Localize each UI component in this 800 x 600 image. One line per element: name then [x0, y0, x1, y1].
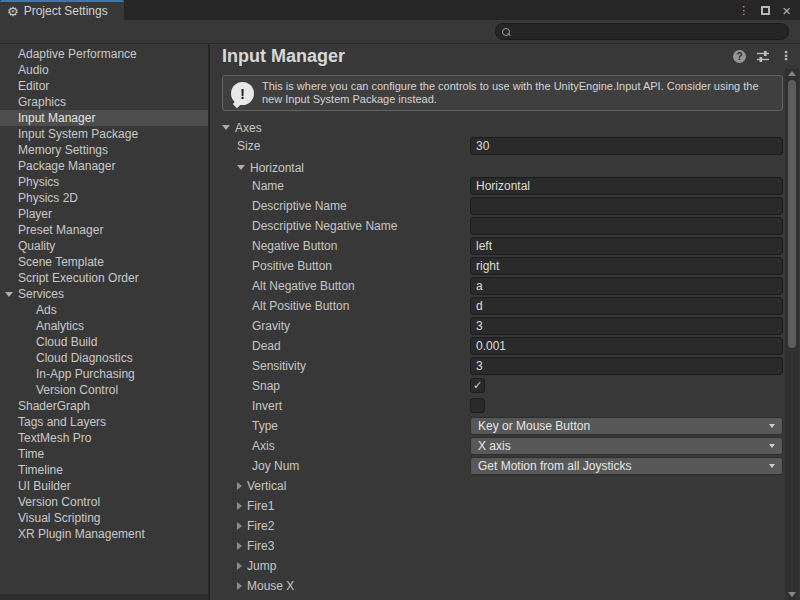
checkbox-snap[interactable]: ✓ — [470, 378, 485, 393]
property-row-size: Size30 — [210, 136, 800, 156]
dropdown-value: X axis — [478, 438, 511, 454]
sidebar-item-shadergraph[interactable]: ShaderGraph — [0, 398, 208, 414]
help-icon[interactable]: ? — [733, 50, 746, 63]
sidebar-item-cloud-diagnostics[interactable]: Cloud Diagnostics — [0, 350, 208, 366]
sidebar-item-label: Memory Settings — [18, 143, 108, 157]
sidebar-item-package-manager[interactable]: Package Manager — [0, 158, 208, 174]
sidebar-item-label: Cloud Build — [36, 335, 97, 349]
sidebar-item-memory-settings[interactable]: Memory Settings — [0, 142, 208, 158]
label-text: Axis — [252, 436, 275, 456]
presets-icon[interactable] — [756, 50, 770, 62]
sidebar-item-audio[interactable]: Audio — [0, 62, 208, 78]
dropdown-joy-num[interactable]: Get Motion from all Joysticks — [470, 457, 783, 475]
sidebar-item-timeline[interactable]: Timeline — [0, 462, 208, 478]
foldout-fire3[interactable]: Fire3 — [210, 536, 274, 556]
label-text: Gravity — [252, 316, 290, 336]
foldout-mouse-x[interactable]: Mouse X — [210, 576, 294, 596]
foldout-fire2[interactable]: Fire2 — [210, 516, 274, 536]
vertical-scrollbar[interactable] — [785, 68, 799, 600]
sidebar-scrollbar[interactable] — [0, 594, 208, 600]
sidebar-item-version-control[interactable]: Version Control — [0, 494, 208, 510]
foldout-jump[interactable]: Jump — [210, 556, 276, 576]
sidebar-item-scene-template[interactable]: Scene Template — [0, 254, 208, 270]
sidebar-item-input-system-package[interactable]: Input System Package — [0, 126, 208, 142]
dropdown-axis[interactable]: X axis — [470, 437, 783, 455]
sidebar-item-tags-and-layers[interactable]: Tags and Layers — [0, 414, 208, 430]
scroll-down-icon[interactable] — [788, 592, 796, 597]
settings-sidebar: Adaptive PerformanceAudioEditorGraphicsI… — [0, 44, 210, 600]
scrollbar-thumb[interactable] — [788, 80, 796, 348]
sidebar-item-label: UI Builder — [18, 479, 71, 493]
label-text: Alt Negative Button — [252, 276, 355, 296]
sidebar-item-quality[interactable]: Quality — [0, 238, 208, 254]
sidebar-item-preset-manager[interactable]: Preset Manager — [0, 222, 208, 238]
text-field-positive-button[interactable]: right — [470, 257, 783, 275]
property-row-name: NameHorizontal — [210, 176, 800, 196]
sidebar-item-analytics[interactable]: Analytics — [0, 318, 208, 334]
label-text: Joy Num — [252, 456, 299, 476]
property-label-name: Name — [210, 176, 284, 196]
sidebar-item-editor[interactable]: Editor — [0, 78, 208, 94]
property-row-descriptive-name: Descriptive Name — [210, 196, 800, 216]
sidebar-item-graphics[interactable]: Graphics — [0, 94, 208, 110]
search-input[interactable] — [495, 23, 789, 40]
foldout-vertical[interactable]: Vertical — [210, 476, 286, 496]
sidebar-item-time[interactable]: Time — [0, 446, 208, 462]
property-label-positive-button: Positive Button — [210, 256, 332, 276]
property-row-vertical: Vertical — [210, 476, 800, 496]
search-icon — [502, 28, 510, 36]
close-icon[interactable]: × — [782, 3, 791, 18]
sidebar-item-input-manager[interactable]: Input Manager — [0, 110, 208, 126]
text-field-alt-negative-button[interactable]: a — [470, 277, 783, 295]
sidebar-item-adaptive-performance[interactable]: Adaptive Performance — [0, 46, 208, 62]
foldout-fire1[interactable]: Fire1 — [210, 496, 274, 516]
foldout-collapsed-icon — [237, 582, 242, 590]
sidebar-item-visual-scripting[interactable]: Visual Scripting — [0, 510, 208, 526]
scroll-up-icon[interactable] — [788, 71, 796, 76]
sidebar-item-script-execution-order[interactable]: Script Execution Order — [0, 270, 208, 286]
label-text: Horizontal — [250, 158, 304, 178]
sidebar-item-in-app-purchasing[interactable]: In-App Purchasing — [0, 366, 208, 382]
context-menu-icon[interactable]: ⋮ — [780, 49, 792, 63]
text-field-size[interactable]: 30 — [470, 137, 783, 155]
help-text: This is where you can configure the cont… — [262, 80, 774, 106]
sidebar-item-physics-2d[interactable]: Physics 2D — [0, 190, 208, 206]
sidebar-item-ads[interactable]: Ads — [0, 302, 208, 318]
property-row-positive-button: Positive Buttonright — [210, 256, 800, 276]
foldout-open-icon — [222, 125, 230, 130]
sidebar-item-label: Physics 2D — [18, 191, 78, 205]
panel-header: Input Manager ? ⋮ — [210, 44, 800, 68]
label-text: Snap — [252, 376, 280, 396]
foldout-collapsed-icon — [237, 482, 242, 490]
foldout-axes[interactable]: Axes — [210, 118, 262, 138]
sidebar-item-xr-plugin-management[interactable]: XR Plugin Management — [0, 526, 208, 542]
text-field-descriptive-negative-name[interactable] — [470, 217, 783, 235]
sidebar-item-textmesh-pro[interactable]: TextMesh Pro — [0, 430, 208, 446]
sidebar-item-ui-builder[interactable]: UI Builder — [0, 478, 208, 494]
sidebar-item-cloud-build[interactable]: Cloud Build — [0, 334, 208, 350]
tab-project-settings[interactable]: ⚙ Project Settings — [0, 0, 124, 20]
foldout-horizontal[interactable]: Horizontal — [210, 158, 304, 178]
text-field-gravity[interactable]: 3 — [470, 317, 783, 335]
sidebar-item-version-control[interactable]: Version Control — [0, 382, 208, 398]
sidebar-item-player[interactable]: Player — [0, 206, 208, 222]
text-field-dead[interactable]: 0.001 — [470, 337, 783, 355]
window-menu-icon[interactable]: ⋮ — [738, 4, 749, 17]
text-field-alt-positive-button[interactable]: d — [470, 297, 783, 315]
maximize-icon[interactable] — [761, 6, 770, 15]
property-row-fire3: Fire3 — [210, 536, 800, 556]
sidebar-item-label: Input System Package — [18, 127, 138, 141]
dropdown-type[interactable]: Key or Mouse Button — [470, 417, 783, 435]
property-row-horizontal: Horizontal — [210, 156, 800, 176]
text-field-sensitivity[interactable]: 3 — [470, 357, 783, 375]
sidebar-item-services[interactable]: Services — [0, 286, 208, 302]
text-field-negative-button[interactable]: left — [470, 237, 783, 255]
text-field-descriptive-name[interactable] — [470, 197, 783, 215]
checkbox-invert[interactable] — [470, 398, 485, 413]
property-row-axes: Axes — [210, 116, 800, 136]
sidebar-item-label: Adaptive Performance — [18, 47, 137, 61]
window-controls: ⋮ × — [738, 0, 791, 20]
sidebar-item-physics[interactable]: Physics — [0, 174, 208, 190]
text-field-name[interactable]: Horizontal — [470, 177, 783, 195]
property-row-joy-num: Joy NumGet Motion from all Joysticks — [210, 456, 800, 476]
